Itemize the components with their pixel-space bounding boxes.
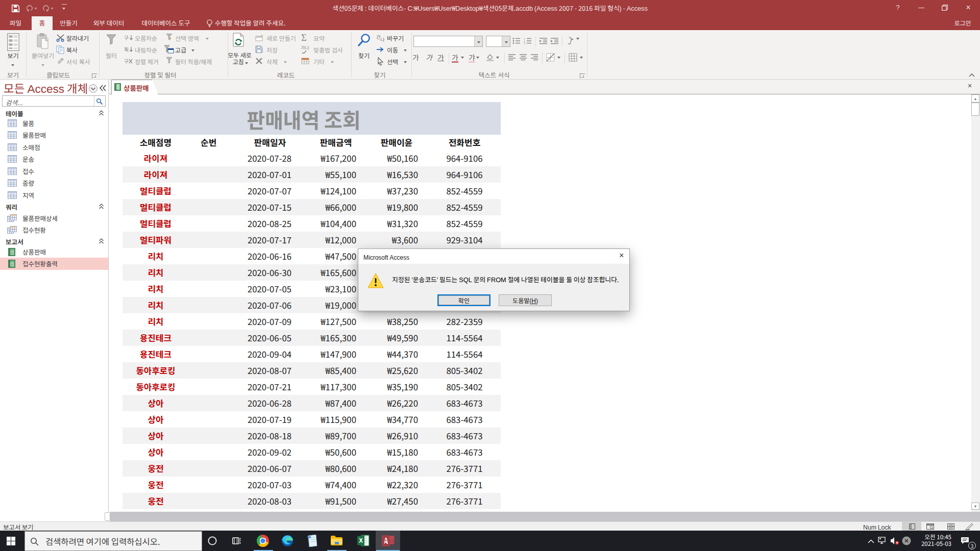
svg-text:가나: 가나 — [301, 45, 309, 51]
svg-text:3: 3 — [524, 41, 525, 44]
svg-text:구: 구 — [124, 58, 129, 65]
svg-text:나: 나 — [380, 36, 385, 42]
svg-text:휙: 휙 — [124, 46, 129, 53]
svg-text:구: 구 — [124, 34, 129, 41]
